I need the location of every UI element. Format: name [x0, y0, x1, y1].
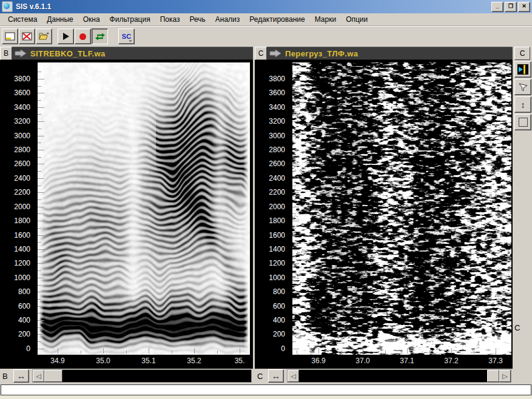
panel-right-scroll-track[interactable] — [299, 370, 487, 382]
scroll-left-arrow-icon[interactable]: ◁ — [33, 370, 44, 382]
menu-item-5[interactable]: Речь — [185, 14, 210, 25]
y-tick-label: 3800 — [255, 75, 285, 83]
vertical-scale-button[interactable]: ↕ — [514, 96, 531, 113]
y-tick-label: 0 — [255, 344, 285, 353]
play-direction-icon — [269, 49, 282, 58]
y-tick-label: 200 — [255, 330, 285, 338]
vertical-arrows-icon: ↕ — [521, 100, 525, 110]
y-tick-label: 400 — [0, 316, 30, 324]
y-tick-label: 2000 — [0, 203, 30, 211]
menu-item-3[interactable]: Фильтрация — [105, 14, 155, 25]
y-tick-label: 1800 — [0, 216, 30, 225]
panel-left-fit-button[interactable]: ↔ — [13, 369, 29, 383]
panel-left-scroll-track[interactable] — [62, 370, 251, 382]
x-tick-label: 37.1 — [400, 357, 414, 365]
x-tick-label: 35. — [235, 357, 245, 365]
y-tick-label: 1000 — [0, 273, 30, 282]
open-folder-icon — [39, 32, 50, 41]
panel-right-titlebar[interactable]: Перегруз_ТЛФ.wa — [267, 47, 513, 60]
y-tick-label: 3800 — [0, 75, 30, 83]
playback-position-icon — [517, 64, 528, 75]
window-title: SIS v.6.1.1 — [16, 2, 491, 11]
y-tick-label: 400 — [255, 316, 285, 324]
x-tick-label: 37.2 — [444, 357, 458, 365]
panel-left-plot-region: 3800360034003200300028002600240022002000… — [0, 60, 253, 369]
y-tick-label: 600 — [0, 302, 30, 310]
playback-position-button[interactable] — [514, 61, 531, 78]
y-tick-label: 2400 — [255, 174, 285, 183]
menu-item-2[interactable]: Окна — [78, 14, 105, 25]
panel-right-scroll-row: C ↔ ◁ ▷ — [255, 369, 513, 383]
open-file-button[interactable] — [36, 29, 52, 44]
scroll-left-arrow-icon[interactable]: ◁ — [288, 370, 299, 382]
y-tick-label: 3000 — [0, 132, 30, 140]
panel-right-corner-button[interactable]: C — [255, 47, 267, 60]
title-bar[interactable]: SIS v.6.1.1 _ ❐ ✕ — [0, 0, 532, 13]
menu-bar: СистемаДанныеОкнаФильтрацияПоказРечьАнал… — [0, 13, 532, 26]
record-icon — [79, 33, 86, 40]
x-tick-label: 37.0 — [355, 357, 369, 365]
y-tick-label: 3400 — [0, 103, 30, 112]
menu-item-6[interactable]: Анализ — [210, 14, 245, 25]
panel-left-scrollbar[interactable]: ◁ — [32, 369, 252, 383]
x-tick-label: 37.3 — [488, 357, 502, 365]
spectrogram-canvas-left[interactable] — [38, 62, 250, 355]
y-tick-label: 3600 — [255, 89, 285, 97]
filter-button[interactable] — [514, 79, 531, 95]
sc-arrow-icon — [129, 40, 132, 42]
y-tick-label: 1800 — [255, 216, 285, 225]
scroll-right-arrow-icon[interactable]: ▷ — [499, 370, 511, 382]
sc-button[interactable]: SC — [118, 29, 135, 44]
menu-item-7[interactable]: Редактирование — [244, 14, 309, 25]
menu-item-4[interactable]: Показ — [155, 14, 185, 25]
panel-left-titlebar[interactable]: SITREBKO_TLF.wa — [12, 47, 253, 60]
close-window-icon — [22, 32, 32, 41]
x-tick-label: 35.0 — [96, 357, 110, 365]
panel-right-fit-button[interactable]: ↔ — [268, 369, 284, 383]
y-tick-label: 2600 — [0, 159, 30, 168]
menu-item-8[interactable]: Марки — [310, 14, 341, 25]
sc-label: SC — [122, 33, 131, 39]
panel-right-scroll-end-label: C — [514, 323, 520, 332]
panel-right-plot-region: 3800360034003200300028002600240022002000… — [255, 60, 513, 369]
selection-rect-button[interactable] — [514, 114, 531, 130]
menu-item-9[interactable]: Опции — [341, 14, 372, 25]
panel-left-scroll-thumb[interactable] — [44, 370, 62, 382]
play-button[interactable] — [58, 29, 74, 44]
new-window-button[interactable] — [2, 29, 18, 44]
menu-item-0[interactable]: Система — [3, 14, 42, 25]
minimize-button[interactable]: _ — [491, 2, 503, 12]
y-tick-label: 3400 — [255, 103, 285, 112]
y-tick-label: 2200 — [0, 188, 30, 196]
y-tick-label: 3600 — [0, 89, 30, 97]
loop-button[interactable] — [92, 29, 108, 44]
new-window-icon — [5, 32, 15, 41]
panel-right-scrollbar[interactable]: ◁ ▷ — [287, 369, 511, 383]
y-tick-label: 1600 — [255, 231, 285, 240]
spectrogram-panel-left: B SITREBKO_TLF.wa 3800360034003200300028… — [0, 47, 253, 383]
restore-button[interactable]: ❐ — [505, 2, 517, 12]
app-icon[interactable] — [2, 1, 13, 12]
panel-left-corner-button[interactable]: B — [0, 47, 12, 60]
panel-right-corner-button-far[interactable]: C — [514, 47, 530, 60]
panel-left-scroll-row: B ↔ ◁ — [0, 369, 253, 383]
y-tick-label: 3200 — [0, 117, 30, 126]
y-tick-label: 200 — [0, 330, 30, 338]
panel-right-scroll-thumb[interactable] — [487, 370, 499, 382]
close-window-button[interactable] — [19, 29, 35, 44]
y-tick-label: 1200 — [255, 259, 285, 267]
spectrogram-canvas-right[interactable] — [292, 62, 511, 355]
y-tick-label: 2800 — [255, 146, 285, 154]
panel-right-scroll-label: C — [256, 372, 268, 381]
x-tick-label: 35.1 — [141, 357, 155, 365]
close-button[interactable]: ✕ — [518, 2, 530, 12]
y-tick-label: 2400 — [0, 174, 30, 183]
loop-icon — [95, 32, 106, 41]
y-tick-label: 2000 — [255, 203, 285, 211]
side-toolbar: C ↕ C — [513, 47, 532, 383]
record-button[interactable] — [75, 29, 91, 44]
y-tick-label: 3000 — [255, 132, 285, 140]
y-tick-label: 1400 — [255, 245, 285, 253]
menu-item-1[interactable]: Данные — [42, 14, 78, 25]
rectangle-icon — [519, 118, 528, 127]
